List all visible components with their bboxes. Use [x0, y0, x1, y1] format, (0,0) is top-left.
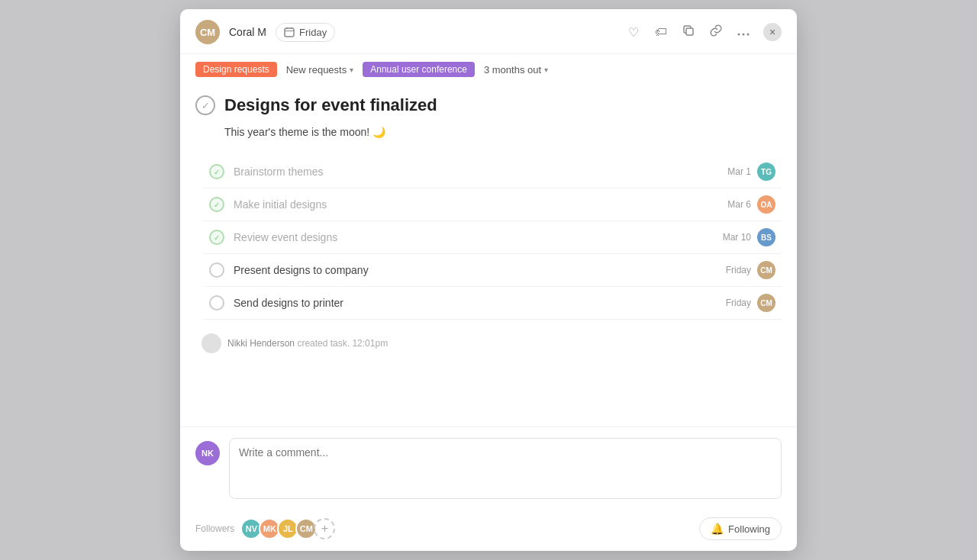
project-badge[interactable]: Design requests — [195, 62, 277, 77]
activity-row: Nikki Henderson created task. 12:01pm — [202, 333, 782, 353]
activity-text: Nikki Henderson created task. 12:01pm — [227, 338, 388, 349]
subtasks-list: ✓ Brainstorm themes Mar 1 TG ✓ Make init… — [203, 156, 782, 320]
subtask-avatar-5: CM — [757, 294, 775, 312]
section-time-label: 3 months out — [484, 64, 541, 76]
task-title: Designs for event finalized — [224, 95, 437, 115]
svg-rect-0 — [285, 28, 294, 37]
subtask-date-4: Friday — [726, 265, 751, 275]
bookmark-button[interactable]: 🏷 — [650, 21, 672, 43]
subtask-avatar-1: TG — [757, 163, 775, 181]
subtask-meta-3: Mar 10 BS — [723, 228, 775, 246]
following-label: Following — [728, 523, 770, 535]
subtask-check-4[interactable] — [209, 262, 224, 278]
followers-label: Followers — [195, 523, 234, 534]
subtask-check-3[interactable]: ✓ — [209, 230, 224, 245]
following-button[interactable]: 🔔 Following — [699, 517, 782, 540]
subtask-name-3: Review event designs — [234, 231, 723, 243]
assignee-avatar: CM — [195, 20, 220, 44]
heart-icon: ♡ — [628, 25, 639, 40]
filter-chevron: ▾ — [350, 66, 353, 74]
plus-icon: + — [321, 522, 328, 536]
modal-body: ✓ Designs for event finalized This year'… — [180, 85, 797, 426]
activity-time: 12:01pm — [352, 338, 388, 349]
subtask-date-2: Mar 6 — [727, 199, 751, 210]
subtask-check-2[interactable]: ✓ — [209, 197, 224, 212]
subtask-row[interactable]: Send designs to printer Friday CM — [203, 287, 782, 320]
subtask-row[interactable]: ✓ Make initial designs Mar 6 OA — [203, 188, 782, 221]
follower-avatars: NV MK JL CM + — [240, 518, 335, 539]
section-time-breadcrumb[interactable]: 3 months out ▾ — [479, 63, 553, 77]
copy-button[interactable] — [678, 21, 699, 43]
bookmark-icon: 🏷 — [655, 25, 667, 39]
subtask-avatar-3: BS — [757, 228, 775, 246]
filter-label: New requests — [286, 64, 347, 76]
calendar-icon — [284, 27, 295, 37]
close-button[interactable]: × — [763, 23, 782, 41]
header-actions: ♡ 🏷 — [623, 21, 782, 43]
task-check-icon: ✓ — [202, 100, 210, 111]
subtask-meta-2: Mar 6 OA — [727, 195, 775, 214]
activity-action: created task. — [297, 338, 350, 349]
activity-user: Nikki Henderson — [227, 338, 295, 349]
svg-point-6 — [743, 34, 745, 36]
due-date-label: Friday — [299, 27, 327, 38]
svg-point-5 — [738, 34, 740, 36]
subtask-date-3: Mar 10 — [723, 232, 751, 243]
subtask-row[interactable]: ✓ Review event designs Mar 10 BS — [203, 221, 782, 254]
section-time-chevron: ▾ — [544, 66, 548, 74]
subtask-date-5: Friday — [726, 298, 751, 308]
copy-icon — [682, 24, 695, 40]
comment-input[interactable] — [229, 438, 782, 499]
subtask-meta-4: Friday CM — [726, 261, 775, 279]
subtask-name-2: Make initial designs — [234, 198, 727, 211]
comment-user-avatar: NK — [195, 441, 220, 465]
subtask-name-4: Present designs to company — [234, 264, 726, 276]
svg-point-7 — [747, 34, 750, 36]
filter-breadcrumb[interactable]: New requests ▾ — [282, 63, 358, 77]
more-button[interactable] — [733, 21, 754, 43]
subtask-meta-1: Mar 1 TG — [727, 163, 775, 181]
activity-avatar — [202, 333, 221, 353]
close-icon: × — [769, 26, 775, 38]
modal-header: CM Coral M Friday ♡ 🏷 — [180, 9, 797, 54]
more-icon — [737, 25, 750, 39]
followers-section: Followers NV MK JL CM + — [195, 518, 335, 539]
svg-rect-4 — [686, 28, 693, 35]
subtask-avatar-2: OA — [757, 195, 775, 214]
subtask-check-1[interactable]: ✓ — [209, 164, 224, 179]
link-icon — [710, 24, 722, 40]
task-title-row: ✓ Designs for event finalized — [195, 92, 782, 115]
heart-button[interactable]: ♡ — [623, 21, 644, 43]
subtask-row[interactable]: ✓ Brainstorm themes Mar 1 TG — [203, 156, 782, 188]
subtask-row[interactable]: Present designs to company Friday CM — [203, 254, 782, 287]
subtask-check-5[interactable] — [209, 295, 224, 311]
subtask-name-5: Send designs to printer — [234, 297, 726, 309]
subtask-avatar-4: CM — [757, 261, 775, 279]
task-complete-button[interactable]: ✓ — [195, 95, 215, 115]
comment-area: NK — [180, 426, 797, 510]
subtask-name-1: Brainstorm themes — [234, 166, 727, 178]
link-button[interactable] — [705, 21, 727, 43]
modal-footer: Followers NV MK JL CM + 🔔 Following — [180, 510, 797, 551]
task-description: This year's theme is the moon! 🌙 — [224, 124, 782, 140]
subtask-date-1: Mar 1 — [727, 166, 751, 177]
bell-icon: 🔔 — [711, 523, 724, 535]
assignee-name: Coral M — [229, 26, 266, 38]
subtask-meta-5: Friday CM — [726, 294, 775, 312]
due-date-pill[interactable]: Friday — [276, 23, 335, 42]
task-modal: CM Coral M Friday ♡ 🏷 — [180, 9, 797, 551]
section-badge[interactable]: Annual user conference — [363, 62, 475, 77]
add-follower-button[interactable]: + — [314, 518, 335, 539]
breadcrumbs: Design requests New requests ▾ Annual us… — [180, 54, 797, 85]
